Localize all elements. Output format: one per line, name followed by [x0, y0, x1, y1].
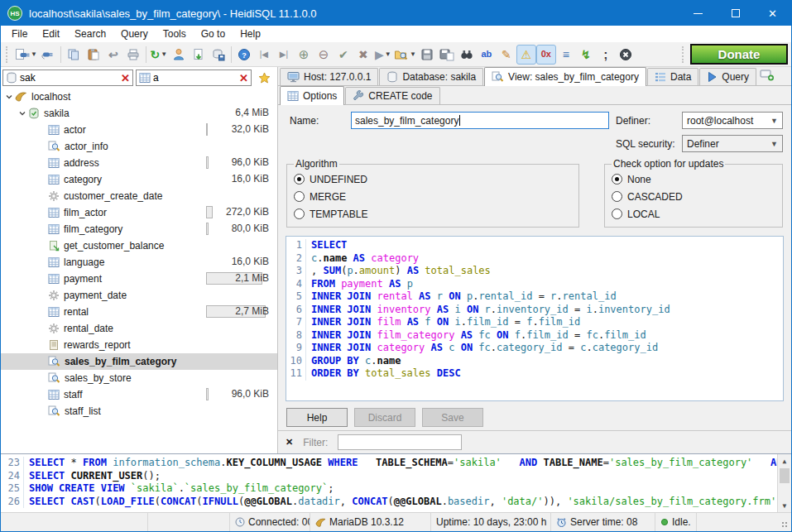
scroll-up-icon[interactable]: ▲	[778, 454, 791, 467]
menu-tools[interactable]: Tools	[156, 26, 194, 41]
scroll-thumb[interactable]	[780, 468, 790, 483]
execute-sql-icon[interactable]: ▶▼	[373, 45, 393, 65]
filter-input[interactable]	[338, 434, 462, 450]
algorithm-merge-radio[interactable]	[294, 191, 305, 202]
export-database-icon[interactable]	[189, 45, 209, 65]
sql-security-select[interactable]: Definer▼	[682, 135, 783, 152]
favorites-filter-button[interactable]	[254, 69, 274, 86]
help-button[interactable]: Help	[286, 408, 348, 427]
dropdown-caret-icon[interactable]: ▼	[161, 50, 167, 58]
tab-view[interactable]: View: sales_by_film_category	[484, 67, 646, 86]
data-filter-input[interactable]	[153, 72, 237, 84]
delete-row-icon[interactable]: ⊖	[314, 45, 334, 65]
semicolon-icon[interactable]: ;	[596, 45, 616, 65]
tree-item-rewards-report[interactable]: rewards_report	[1, 337, 277, 353]
dropdown-caret-icon[interactable]: ▼	[31, 50, 37, 58]
reformat-sql-icon[interactable]: ✎	[497, 45, 516, 65]
tab-data[interactable]: Data	[647, 68, 698, 85]
menu-file[interactable]: File	[4, 26, 35, 41]
view-sql-editor[interactable]: 1SELECT2c.name AS category3, SUM(p.amoun…	[286, 236, 784, 401]
tree-item-actor[interactable]: actor32,0 KiB	[1, 122, 277, 138]
reconnect-icon[interactable]: ↯	[576, 45, 596, 65]
check-option-local-radio[interactable]	[612, 208, 622, 219]
subtab-options[interactable]: Options	[280, 86, 344, 105]
clear-data-filter-icon[interactable]: ✕	[239, 73, 248, 84]
menu-edit[interactable]: Edit	[35, 26, 67, 41]
print-icon[interactable]	[123, 45, 143, 65]
save-button[interactable]: Save	[422, 408, 483, 427]
help-icon[interactable]: ?	[234, 45, 254, 65]
menu-query[interactable]: Query	[113, 26, 156, 41]
tree-item-staff[interactable]: staff96,0 KiB	[1, 386, 277, 403]
tree-item-rental-date[interactable]: rental_date	[1, 320, 277, 337]
tree-item-film-category[interactable]: film_category80,0 KiB	[1, 221, 277, 237]
tab-database[interactable]: Database: sakila	[379, 68, 483, 85]
tree-item-film-actor[interactable]: film_actor272,0 KiB	[1, 204, 277, 221]
toolbar-grip[interactable]	[6, 46, 11, 63]
resize-grip[interactable]	[781, 521, 789, 529]
go-first-icon[interactable]: |◀	[254, 45, 274, 65]
tree-item-sales-by-store[interactable]: sales_by_store	[1, 370, 277, 386]
go-last-icon[interactable]: ▶|	[274, 45, 294, 65]
menu-go-to[interactable]: Go to	[194, 26, 233, 41]
tree-item-language[interactable]: language16,0 KiB	[1, 254, 277, 271]
error-highlight-icon[interactable]: ⚠	[516, 45, 536, 65]
bind-parameters-icon[interactable]: ≡	[556, 45, 576, 65]
copy-icon[interactable]	[64, 45, 84, 65]
user-manager-icon[interactable]	[169, 45, 189, 65]
tree-item-rental[interactable]: rental2,7 MiB	[1, 304, 277, 320]
definer-select[interactable]: root@localhost▼	[682, 112, 783, 129]
minimize-button[interactable]	[679, 1, 717, 26]
find-text-icon[interactable]	[457, 45, 477, 65]
tree-item-customer-create-date[interactable]: customer_create_date	[1, 188, 277, 204]
expander-icon[interactable]	[3, 93, 15, 101]
hex-view-icon[interactable]: 0x	[536, 45, 556, 65]
disconnect-icon[interactable]	[38, 45, 58, 65]
tree-item-category[interactable]: category16,0 KiB	[1, 171, 277, 188]
tree-item-actor-info[interactable]: actor_info	[1, 138, 277, 155]
table-filter-input[interactable]	[20, 72, 118, 84]
algorithm-undefined-radio[interactable]	[294, 174, 305, 185]
insert-row-icon[interactable]: ⊕	[294, 45, 314, 65]
tab-query[interactable]: Query	[699, 68, 756, 85]
donate-button[interactable]: Donate	[690, 44, 788, 65]
tree-item-address[interactable]: address96,0 KiB	[1, 155, 277, 171]
maximize-button[interactable]	[717, 1, 754, 26]
close-button[interactable]: ✕	[754, 1, 791, 26]
check-option-cascaded-radio[interactable]	[612, 191, 622, 202]
session-manager-icon[interactable]: ▼	[14, 45, 38, 65]
load-sql-file-icon[interactable]: ▼	[393, 45, 417, 65]
tree-item-get-customer-balance[interactable]: get_customer_balance	[1, 237, 277, 254]
tree-item-payment[interactable]: payment2,1 MiB	[1, 271, 277, 287]
replace-text-icon[interactable]: ab	[477, 45, 497, 65]
post-changes-icon[interactable]: ✔	[334, 45, 353, 65]
save-sql-as-icon[interactable]	[437, 45, 457, 65]
donate-grip[interactable]	[682, 46, 687, 63]
expander-icon[interactable]	[17, 109, 28, 117]
save-data-icon[interactable]	[209, 45, 228, 65]
save-sql-icon[interactable]	[417, 45, 437, 65]
tree-item-payment-date[interactable]: payment_date	[1, 287, 277, 304]
check-option-none-radio[interactable]	[612, 174, 622, 185]
view-name-input[interactable]: sales_by_film_category	[351, 112, 609, 129]
menu-search[interactable]: Search	[67, 26, 113, 41]
tree-item-sales-by-film-category[interactable]: sales_by_film_category	[1, 353, 277, 370]
subtab-create-code[interactable]: CREATE code	[345, 87, 439, 104]
new-query-tab-button[interactable]	[760, 69, 775, 84]
stop-icon[interactable]	[616, 45, 636, 65]
clear-table-filter-icon[interactable]: ✕	[121, 73, 130, 84]
tree-item-sakila[interactable]: sakila6,4 MiB	[1, 105, 277, 122]
algorithm-temptable-radio[interactable]	[294, 208, 305, 219]
undo-icon[interactable]: ↩	[103, 45, 123, 65]
refresh-icon[interactable]: ↻▼	[149, 45, 169, 65]
discard-button[interactable]: Discard	[354, 408, 415, 427]
dropdown-caret-icon[interactable]: ▼	[410, 50, 416, 58]
paste-icon[interactable]	[84, 45, 103, 65]
scroll-down-icon[interactable]: ▼	[778, 499, 791, 512]
tree-item-staff-list[interactable]: staff_list	[1, 403, 277, 419]
tree-item-localhost[interactable]: localhost	[1, 89, 277, 105]
dropdown-caret-icon[interactable]: ▼	[385, 50, 391, 58]
tab-host[interactable]: Host: 127.0.0.1	[280, 68, 378, 85]
revert-changes-icon[interactable]: ✖	[353, 45, 373, 65]
menu-help[interactable]: Help	[233, 26, 268, 41]
